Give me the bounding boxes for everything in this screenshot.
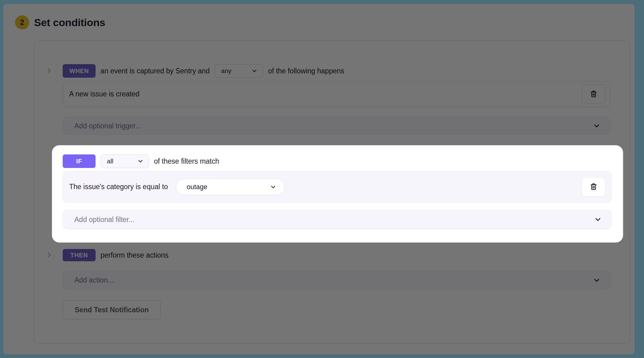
when-text-after: of the following happens [268, 67, 344, 75]
step-number-badge: 2 [15, 15, 29, 29]
trash-icon [589, 90, 598, 99]
trash-icon [589, 182, 598, 192]
when-match-select-value: any [221, 67, 231, 75]
if-badge: IF [63, 154, 96, 168]
if-text-after: of these filters match [154, 157, 219, 165]
add-action-select[interactable]: Add action... [63, 271, 610, 290]
chevron-right-icon[interactable] [46, 251, 53, 258]
chevron-down-icon [251, 68, 258, 74]
then-label-row: THEN perform these actions [63, 249, 168, 261]
screenshot-frame: 2 Set conditions WHEN an event is captur… [0, 0, 644, 358]
then-badge: THEN [63, 249, 96, 261]
chevron-down-icon [593, 276, 601, 284]
add-action-placeholder: Add action... [74, 276, 114, 284]
when-text-before: an event is captured by Sentry and [100, 67, 210, 75]
page-title: Set conditions [34, 17, 105, 29]
then-text-after: perform these actions [100, 251, 168, 259]
when-match-select[interactable]: any [214, 64, 263, 78]
if-section-spotlight: IF all of these filters match The issue'… [52, 145, 623, 243]
filter-label: The issue's category is equal to [69, 183, 168, 191]
filter-value-select[interactable]: outage [176, 179, 285, 195]
delete-condition-button[interactable] [582, 84, 605, 104]
chevron-down-icon [593, 122, 601, 130]
if-match-select[interactable]: all [100, 154, 149, 168]
add-trigger-placeholder: Add optional trigger... [74, 122, 141, 130]
delete-filter-button[interactable] [582, 177, 605, 197]
send-test-notification-button[interactable]: Send Test Notification [63, 300, 161, 319]
when-label-row: WHEN an event is captured by Sentry and … [63, 64, 344, 78]
when-condition-row: A new issue is created [63, 81, 610, 107]
filter-row: The issue's category is equal to outage [63, 171, 611, 202]
if-label-row: IF all of these filters match [63, 154, 219, 168]
chevron-right-icon[interactable] [46, 67, 53, 74]
when-badge: WHEN [63, 64, 96, 78]
add-optional-filter-select[interactable]: Add optional filter... [63, 210, 611, 229]
page-header: 2 Set conditions [15, 15, 105, 29]
condition-label: A new issue is created [69, 90, 139, 98]
conditions-panel: WHEN an event is captured by Sentry and … [34, 41, 630, 344]
chevron-down-icon [594, 216, 602, 224]
alert-conditions-page: 2 Set conditions WHEN an event is captur… [3, 4, 634, 354]
add-filter-placeholder: Add optional filter... [74, 216, 135, 224]
add-optional-trigger-select[interactable]: Add optional trigger... [63, 117, 610, 135]
chevron-down-icon [137, 158, 144, 165]
if-match-select-value: all [107, 158, 113, 165]
chevron-down-icon [270, 184, 277, 190]
filter-value-select-value: outage [187, 183, 207, 191]
